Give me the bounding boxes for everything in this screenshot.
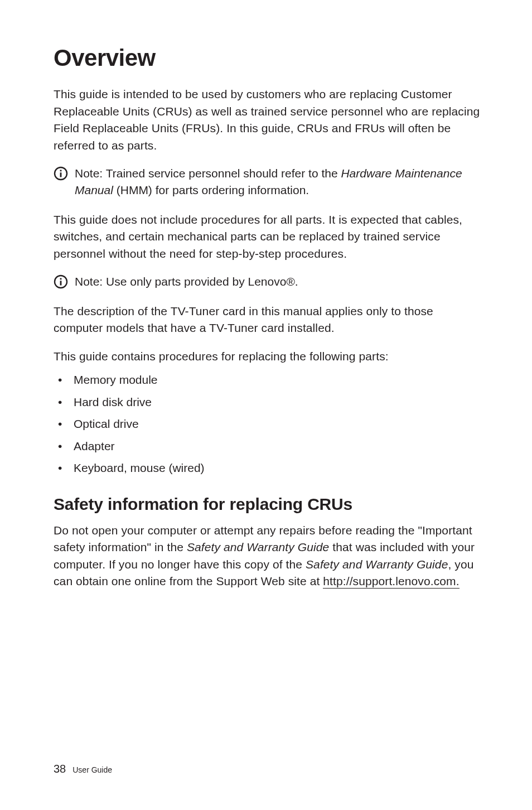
document-page: Overview This guide is intended to be us…	[0, 0, 532, 810]
note-text: Note: Trained service personnel should r…	[75, 165, 483, 199]
contains-paragraph: This guide contains procedures for repla…	[54, 348, 483, 365]
list-item: Memory module	[54, 370, 483, 389]
note-tail: (HMM) for parts ordering information.	[113, 184, 309, 196]
support-link[interactable]: http://support.lenovo.com.	[323, 575, 459, 589]
list-item: Adapter	[54, 437, 483, 456]
list-item: Keyboard, mouse (wired)	[54, 459, 483, 478]
list-item: Optical drive	[54, 414, 483, 433]
note-prefix: Note:	[75, 167, 103, 180]
note-lenovo-parts: Note: Use only parts provided by Lenovo®…	[54, 273, 483, 290]
tv-tuner-paragraph: The description of the TV-Tuner card in …	[54, 303, 483, 337]
parts-list: Memory module Hard disk drive Optical dr…	[54, 370, 483, 478]
page-number: 38	[54, 763, 66, 775]
intro-paragraph: This guide is intended to be used by cus…	[54, 86, 483, 154]
safety-paragraph: Do not open your computer or attempt any…	[54, 522, 483, 590]
note-body: Use only parts provided by Lenovo®.	[103, 275, 298, 288]
note-text: Note: Use only parts provided by Lenovo®…	[75, 273, 298, 290]
info-icon	[54, 274, 68, 289]
page-footer: 38 User Guide	[54, 763, 112, 775]
info-icon	[54, 166, 68, 181]
note-lead: Trained service personnel should refer t…	[103, 167, 341, 180]
safety-heading: Safety information for replacing CRUs	[54, 494, 483, 514]
footer-label: User Guide	[72, 765, 112, 774]
safety-italic-2: Safety and Warranty Guide	[306, 558, 448, 571]
note-prefix: Note:	[75, 275, 103, 288]
list-item: Hard disk drive	[54, 393, 483, 412]
page-title: Overview	[54, 45, 483, 71]
no-include-paragraph: This guide does not include procedures f…	[54, 211, 483, 262]
note-trained-personnel: Note: Trained service personnel should r…	[54, 165, 483, 199]
safety-italic-1: Safety and Warranty Guide	[187, 541, 329, 553]
